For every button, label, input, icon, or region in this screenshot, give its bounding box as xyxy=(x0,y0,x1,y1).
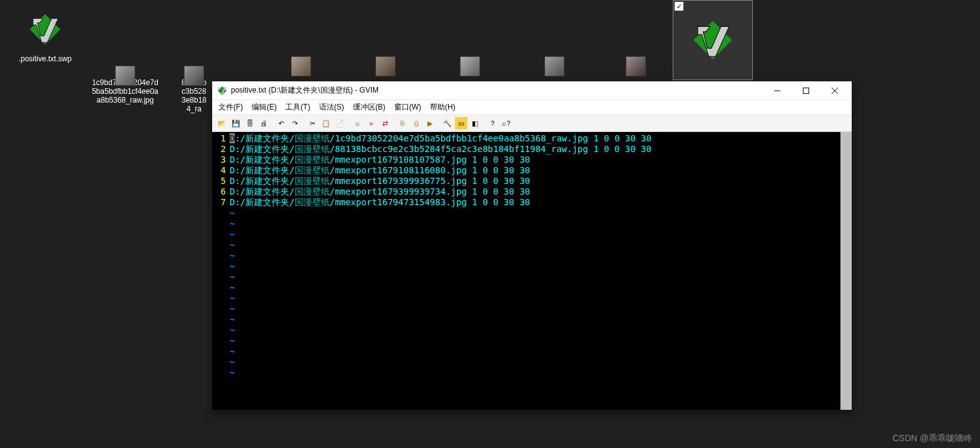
menu-edit[interactable]: 编辑(E) xyxy=(252,102,277,113)
copy-icon[interactable]: 📋 xyxy=(320,117,332,130)
redo-icon[interactable]: ↷ xyxy=(288,117,301,130)
menu-help[interactable]: 帮助(H) xyxy=(430,102,456,113)
find-icon[interactable]: ⌕ xyxy=(351,117,364,130)
titlebar[interactable]: positive.txt (D:\新建文件夹\国漫壁纸) - GVIM xyxy=(212,81,852,100)
vim-app-icon xyxy=(691,18,735,62)
image-thumbnail[interactable] xyxy=(544,56,564,76)
shell-icon[interactable]: ▭ xyxy=(455,117,467,130)
help-icon[interactable]: ? xyxy=(486,117,499,130)
session-save-icon[interactable]: ⎙ xyxy=(410,117,422,130)
image-thumbnail[interactable] xyxy=(375,56,396,76)
image-thumbnail[interactable] xyxy=(460,56,480,76)
minimize-button[interactable] xyxy=(763,81,792,100)
menu-buffers[interactable]: 缓冲区(B) xyxy=(353,102,385,113)
toolbar: 📂 💾 🗄 🖨 ↶ ↷ ✂ 📋 📄 ⌕ » ⇄ ⎘ ⎙ ▶ 🔨 ▭ ◧ ? ⌕? xyxy=(212,115,852,132)
image-thumbnail xyxy=(115,66,135,86)
window-title: positive.txt (D:\新建文件夹\国漫壁纸) - GVIM xyxy=(231,85,763,96)
desktop-icon-gvim-selected[interactable]: ✓ xyxy=(673,0,753,80)
image-thumbnail[interactable] xyxy=(291,56,311,76)
undo-icon[interactable]: ↶ xyxy=(275,117,287,130)
vim-file-icon xyxy=(25,9,65,49)
close-button[interactable] xyxy=(820,81,849,100)
findhelp-icon[interactable]: ⌕? xyxy=(500,117,513,130)
gvim-window: positive.txt (D:\新建文件夹\国漫壁纸) - GVIM 文件(F… xyxy=(212,81,852,410)
selection-checkbox[interactable]: ✓ xyxy=(675,2,683,11)
vim-app-icon xyxy=(217,86,227,96)
cut-icon[interactable]: ✂ xyxy=(306,117,319,130)
menubar: 文件(F) 编辑(E) 工具(T) 语法(S) 缓冲区(B) 窗口(W) 帮助(… xyxy=(212,100,852,115)
menu-window[interactable]: 窗口(W) xyxy=(394,102,421,113)
image-thumbnail[interactable] xyxy=(626,56,646,76)
vertical-scrollbar[interactable] xyxy=(840,132,852,410)
tags-icon[interactable]: ◧ xyxy=(469,117,481,130)
svg-rect-4 xyxy=(804,88,809,93)
desktop-icon-label: .positive.txt.swp xyxy=(8,53,83,64)
paste-icon[interactable]: 📄 xyxy=(334,117,346,130)
desktop-icon-swp[interactable]: .positive.txt.swp xyxy=(8,9,83,64)
image-thumbnail xyxy=(184,66,204,86)
menu-file[interactable]: 文件(F) xyxy=(218,102,243,113)
text-editor[interactable]: D:/新建文件夹/国漫壁纸/1c9bd73052204e7d5ba5bdfbb1… xyxy=(230,132,840,410)
scrollbar-thumb[interactable] xyxy=(840,132,852,410)
findnext-icon[interactable]: » xyxy=(365,117,377,130)
make-icon[interactable]: 🔨 xyxy=(441,117,454,130)
desktop-icon-img1[interactable]: 1c9bd73052204e7d5ba5bdfbb1cf4ee0aa8b5368… xyxy=(88,9,163,106)
editor-area[interactable]: 1 2 3 4 5 6 7 D:/新建文件夹/国漫壁纸/1c9bd7305220… xyxy=(212,132,852,410)
print-icon[interactable]: 🖨 xyxy=(257,117,270,130)
menu-syntax[interactable]: 语法(S) xyxy=(319,102,344,113)
menu-tools[interactable]: 工具(T) xyxy=(285,102,310,113)
saveall-icon[interactable]: 🗄 xyxy=(243,117,256,130)
desktop-icon-img2[interactable]: 88138b c3b528 3e8b18 4_ra xyxy=(172,9,216,115)
watermark-text: CSDN @乖乖咙嘀咚 xyxy=(892,433,972,444)
maximize-button[interactable] xyxy=(792,81,820,100)
replace-icon[interactable]: ⇄ xyxy=(379,117,391,130)
open-icon[interactable]: 📂 xyxy=(216,117,228,130)
session-load-icon[interactable]: ⎘ xyxy=(396,117,409,130)
run-script-icon[interactable]: ▶ xyxy=(424,117,436,130)
save-icon[interactable]: 💾 xyxy=(230,117,242,130)
line-number-gutter: 1 2 3 4 5 6 7 xyxy=(212,132,230,410)
